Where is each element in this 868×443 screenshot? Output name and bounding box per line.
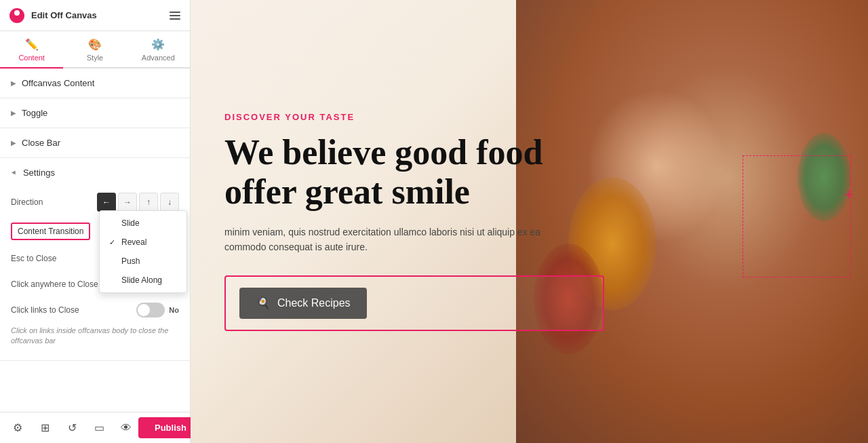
canvas-area: DISCOVER YOUR TASTE We believe good food…	[191, 0, 868, 443]
panel-header: Edit Off Canvas	[0, 0, 190, 31]
direction-label: Direction	[11, 197, 43, 207]
tab-advanced[interactable]: ⚙️ Advanced	[127, 31, 190, 69]
dropdown-push-label: Push	[121, 256, 140, 266]
panel-tabs: ✏️ Content 🎨 Style ⚙️ Advanced	[0, 31, 190, 69]
click-links-row: Click links to Close No	[11, 297, 179, 323]
layers-button[interactable]: ⊞	[33, 416, 57, 440]
canvas-background: DISCOVER YOUR TASTE We believe good food…	[191, 0, 868, 443]
tab-content[interactable]: ✏️ Content	[0, 31, 63, 69]
click-links-toggle-knob	[138, 304, 150, 316]
section-offcanvas-content: ▶ Offcanvas Content	[0, 69, 190, 98]
section-close-bar-header[interactable]: ▶ Close Bar	[0, 128, 190, 157]
left-panel: Edit Off Canvas ✏️ Content 🎨 Style ⚙️ Ad…	[0, 0, 191, 443]
click-links-toggle[interactable]: No	[136, 303, 179, 317]
dropdown-reveal-label: Reveal	[121, 237, 146, 247]
settings-section: Direction ← → ↑ ↓ Content Transition	[0, 187, 190, 360]
content-transition-label: Content Transition	[18, 227, 83, 236]
sections-list: ▶ Offcanvas Content ▶ Toggle ▶ Close Bar	[0, 69, 190, 412]
section-toggle: ▶ Toggle	[0, 98, 190, 128]
dropdown-slide-along-label: Slide Along	[121, 275, 162, 285]
responsive-button[interactable]: ▭	[87, 416, 111, 440]
direction-buttons: ← → ↑ ↓	[97, 193, 179, 212]
tab-advanced-label: Advanced	[142, 54, 175, 62]
section-toggle-header[interactable]: ▶ Toggle	[0, 98, 190, 128]
click-links-text: No	[169, 306, 179, 314]
section-close-bar-label: Close Bar	[22, 138, 60, 148]
canvas-plus-handle[interactable]: +	[844, 186, 853, 204]
bottom-toolbar: ⚙ ⊞ ↺ ▭ 👁 Publish ▲	[0, 412, 190, 443]
tab-style-label: Style	[87, 54, 103, 62]
click-anywhere-label: Click anywhere to Close	[11, 280, 98, 289]
cta-label: Check Recipes	[277, 297, 351, 309]
arrow-icon: ▶	[11, 79, 16, 87]
content-transition-row: Content Transition Slide ✓ Reveal	[11, 217, 179, 246]
hint-text: Click on links inside offcanvas body to …	[11, 323, 179, 352]
panel-header-left: Edit Off Canvas	[9, 8, 97, 23]
cta-container: 🍳 Check Recipes	[224, 275, 604, 331]
toolbar-left: ⚙ ⊞ ↺ ▭ 👁	[5, 416, 138, 440]
dir-left-button[interactable]: ←	[97, 193, 116, 212]
section-settings: ▼ Settings Direction ← → ↑ ↓	[0, 158, 190, 361]
dropdown-slide[interactable]: Slide	[100, 214, 186, 233]
section-offcanvas-content-label: Offcanvas Content	[22, 78, 94, 88]
heading-line1: We believe good food	[224, 133, 542, 172]
elementor-logo	[9, 8, 24, 23]
section-settings-label: Settings	[23, 168, 55, 178]
hamburger-menu-icon[interactable]	[170, 12, 180, 20]
dropdown-push[interactable]: Push	[100, 252, 186, 271]
main-heading: We believe good food offer great smile	[224, 133, 834, 210]
section-close-bar: ▶ Close Bar	[0, 128, 190, 158]
preview-button[interactable]: 👁	[114, 416, 138, 440]
dropdown-slide-label: Slide	[121, 218, 140, 228]
dir-top-button[interactable]: ↑	[139, 193, 158, 212]
content-icon: ✏️	[25, 38, 39, 51]
esc-to-close-label: Esc to Close	[11, 254, 56, 263]
history-button[interactable]: ↺	[60, 416, 84, 440]
checkmark-reveal: ✓	[109, 238, 117, 247]
tab-content-label: Content	[18, 54, 45, 62]
click-links-toggle-switch[interactable]	[136, 303, 165, 317]
arrow-icon: ▶	[11, 109, 16, 117]
panel-title: Edit Off Canvas	[31, 10, 97, 20]
tab-style[interactable]: 🎨 Style	[63, 31, 126, 69]
advanced-icon: ⚙️	[151, 38, 165, 51]
section-toggle-label: Toggle	[22, 108, 47, 118]
canvas-content: DISCOVER YOUR TASTE We believe good food…	[191, 0, 868, 443]
discover-text: DISCOVER YOUR TASTE	[224, 112, 834, 122]
body-text: minim veniam, quis nostrud exercitation …	[224, 225, 550, 255]
section-offcanvas-content-header[interactable]: ▶ Offcanvas Content	[0, 69, 190, 98]
arrow-icon: ▼	[10, 170, 18, 176]
dir-bottom-button[interactable]: ↓	[160, 193, 179, 212]
content-transition-dropdown: Slide ✓ Reveal Push	[99, 210, 187, 293]
check-recipes-button[interactable]: 🍳 Check Recipes	[239, 288, 367, 319]
settings-button[interactable]: ⚙	[5, 416, 30, 440]
style-icon: 🎨	[88, 38, 102, 51]
dir-right-button[interactable]: →	[118, 193, 137, 212]
heading-line2: offer great smile	[224, 172, 470, 211]
click-links-label: Click links to Close	[11, 305, 79, 315]
dropdown-reveal[interactable]: ✓ Reveal	[100, 233, 186, 252]
arrow-icon: ▶	[11, 139, 16, 147]
recipes-icon: 🍳	[256, 296, 271, 311]
section-settings-header[interactable]: ▼ Settings	[0, 158, 190, 187]
content-transition-button[interactable]: Content Transition	[11, 223, 90, 240]
dropdown-slide-along[interactable]: Slide Along	[100, 271, 186, 290]
